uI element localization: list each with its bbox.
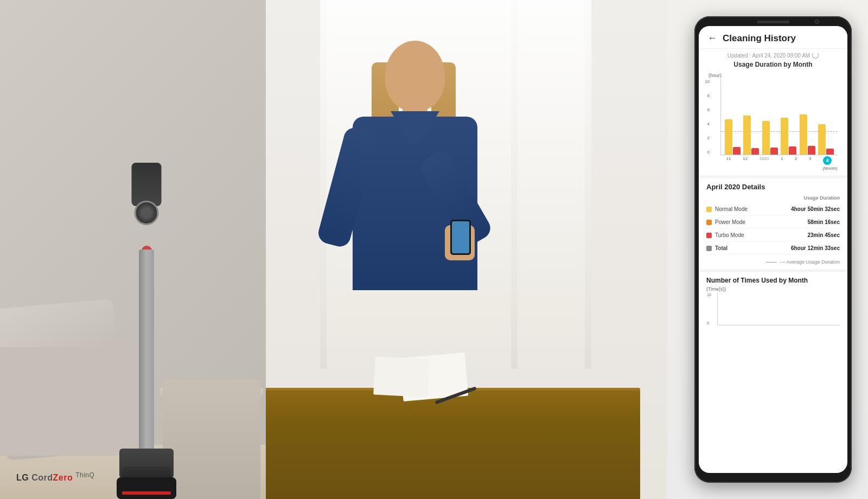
woman-phone-screen	[452, 221, 469, 253]
bar-group-apr	[818, 124, 834, 155]
vacuum-base	[117, 477, 176, 499]
total-dot	[706, 246, 712, 251]
right-app-panel: ← Cleaning History Updated : April 24, 2…	[667, 0, 868, 499]
bar-group-jan	[762, 121, 778, 155]
brand-lg: LG	[16, 473, 29, 482]
bar-red-mar	[808, 146, 815, 155]
bar-red-nov	[733, 147, 741, 155]
bar-red-feb	[789, 146, 796, 155]
phone-device: ← Cleaning History Updated : April 24, 2…	[694, 16, 852, 483]
bar-group-dec	[743, 116, 759, 155]
power-mode-value: 58min 16sec	[808, 219, 840, 225]
chart-bars	[721, 79, 838, 155]
total-label: Total	[706, 245, 727, 251]
bar-group-mar	[800, 114, 815, 155]
bar-yellow-nov	[725, 119, 732, 155]
details-section: April 2020 Details Usage Duration Normal…	[699, 175, 847, 269]
vacuum-motor: LG	[135, 201, 159, 225]
bar-yellow-feb	[781, 118, 788, 155]
left-room-panel: LG LG CordZero ThinQ	[0, 0, 266, 499]
bottom-chart-title: Number of Times Used by Month	[706, 277, 840, 284]
vacuum-top	[132, 163, 162, 206]
center-room-panel	[266, 0, 667, 499]
turbo-mode-value: 23min 45sec	[808, 232, 840, 238]
phone-camera	[815, 20, 819, 24]
y-axis-labels: 10 8 6 4 2 0	[705, 79, 710, 155]
vacuum-cleaner: LG	[114, 163, 179, 499]
usage-duration-header: Usage Duration	[803, 195, 840, 201]
normal-mode-value: 4hour 50min 32sec	[791, 206, 840, 212]
refresh-icon[interactable]	[812, 52, 819, 59]
bottom-chart-area: 10 0	[717, 293, 840, 325]
brand-zero: Zero	[53, 473, 73, 482]
details-month-title: April 2020 Details	[706, 183, 840, 191]
avg-duration-label: — Average Usage Duration	[706, 257, 840, 265]
bar-red-jan	[770, 148, 778, 155]
back-button[interactable]: ←	[707, 33, 717, 44]
x-axis-labels: 11 12 2020 1 2 3 4	[720, 156, 838, 165]
y-axis-unit: (hour)	[709, 73, 842, 78]
vacuum-base-accent	[122, 491, 171, 495]
bar-yellow-mar	[800, 114, 807, 155]
table-surface	[266, 391, 640, 499]
updated-timestamp: Updated : April 24, 2020 09:00 AM	[699, 49, 847, 61]
turbo-mode-row: Turbo Mode 23min 45sec	[706, 229, 840, 242]
current-month-badge: 4	[823, 156, 832, 165]
screen-title: Cleaning History	[723, 33, 796, 44]
power-mode-dot	[706, 220, 712, 225]
brand-logo: LG CordZero ThinQ	[16, 471, 94, 483]
table-paper-2	[373, 356, 430, 397]
woman-phone	[450, 220, 471, 255]
bar-yellow-jan	[762, 121, 770, 155]
normal-mode-label: Normal Mode	[706, 206, 748, 212]
app-header: ← Cleaning History	[699, 26, 847, 49]
phone-screen: ← Cleaning History Updated : April 24, 2…	[699, 26, 847, 473]
x-axis-unit: (Month)	[704, 166, 838, 171]
bottom-y-labels: 10 0	[707, 293, 711, 325]
bar-yellow-apr	[818, 124, 826, 155]
normal-mode-dot	[706, 207, 712, 212]
power-mode-label: Power Mode	[706, 219, 745, 225]
vacuum-body	[139, 250, 154, 477]
total-row: Total 6hour 12min 33sec	[706, 242, 840, 255]
phone-container: ← Cleaning History Updated : April 24, 2…	[694, 16, 868, 488]
chart-area: 10 8 6 4 2 0	[720, 79, 838, 155]
brand-cordzero: CordZero	[31, 473, 73, 482]
bar-red-apr	[826, 149, 834, 155]
bar-group-feb	[781, 118, 796, 155]
bottom-y-unit: (Time(s))	[706, 286, 840, 292]
total-value: 6hour 12min 33sec	[791, 245, 840, 251]
bar-yellow-dec	[743, 116, 751, 155]
turbo-mode-label: Turbo Mode	[706, 232, 744, 238]
chart-title: Usage Duration by Month	[704, 61, 842, 68]
turbo-mode-dot	[706, 233, 712, 238]
chart-section: Usage Duration by Month (hour) 10 8 6 4 …	[699, 61, 847, 175]
details-header: Usage Duration	[706, 195, 840, 201]
brand-thinq: ThinQ	[75, 471, 94, 479]
phone-speaker	[757, 21, 789, 23]
avg-line-icon	[766, 262, 777, 263]
bar-red-dec	[751, 148, 759, 155]
woman-figure	[320, 41, 526, 393]
bottom-chart-section: Number of Times Used by Month (Time(s)) …	[699, 269, 847, 330]
bar-group-nov	[725, 119, 741, 155]
power-mode-row: Power Mode 58min 16sec	[706, 216, 840, 229]
normal-mode-row: Normal Mode 4hour 50min 32sec	[706, 203, 840, 216]
